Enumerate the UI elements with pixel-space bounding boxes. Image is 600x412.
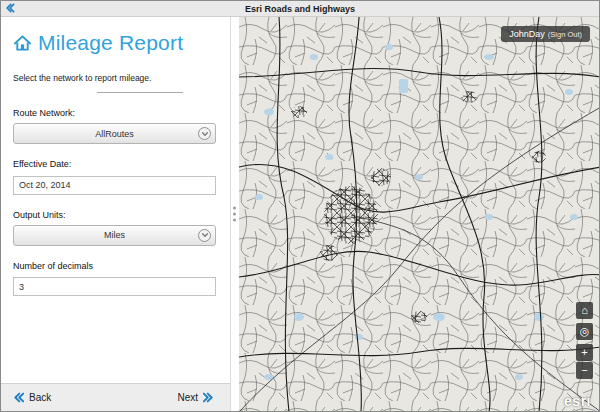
chevron-left-icon [13, 392, 24, 403]
map-toolbar: ⌂ ◎ + − [576, 302, 593, 379]
back-button[interactable]: Back [13, 392, 51, 403]
sign-out-link[interactable]: (Sign Out) [548, 30, 582, 39]
effective-date-label: Effective Date: [13, 159, 216, 169]
panel-subtitle: Select the network to report mileage. [13, 73, 216, 83]
decimals-label: Number of decimals [13, 261, 216, 271]
collapse-panel-icon[interactable] [5, 3, 15, 13]
app-title: Esri Roads and Highways [245, 4, 355, 14]
home-icon [13, 34, 32, 52]
route-network-dropdown[interactable]: AllRoutes [13, 123, 216, 144]
effective-date-input[interactable] [13, 176, 216, 195]
next-button[interactable]: Next [177, 392, 214, 403]
map-zoom-out-button[interactable]: − [576, 362, 593, 379]
route-network-value: AllRoutes [14, 129, 215, 139]
output-units-dropdown[interactable]: Miles [13, 225, 216, 246]
map-locate-button[interactable]: ◎ [576, 323, 593, 340]
route-network-label: Route Network: [13, 108, 216, 118]
road-network-graphic [239, 17, 599, 411]
user-name: JohnDay [509, 29, 545, 39]
map-zoom-in-button[interactable]: + [576, 344, 593, 361]
wizard-footer: Back Next [1, 383, 230, 411]
chevron-down-icon [198, 127, 211, 140]
drag-dots-icon [233, 207, 236, 222]
chevron-right-icon [203, 392, 214, 403]
page-title: Mileage Report [38, 31, 183, 55]
output-units-label: Output Units: [13, 210, 216, 220]
back-label: Back [29, 392, 51, 403]
subtitle-divider [97, 92, 183, 93]
map-home-button[interactable]: ⌂ [576, 302, 593, 319]
decimals-input[interactable] [13, 277, 216, 296]
esri-logo: esri [564, 393, 591, 409]
chevron-down-icon [198, 229, 211, 242]
next-label: Next [177, 392, 198, 403]
map-canvas[interactable]: JohnDay (Sign Out) ⌂ ◎ + − esri [239, 17, 599, 411]
top-bar: Esri Roads and Highways [1, 1, 599, 17]
app-window: Esri Roads and Highways Mileage Report S… [0, 0, 600, 412]
user-badge[interactable]: JohnDay (Sign Out) [501, 26, 590, 42]
panel-resize-handle[interactable] [231, 17, 239, 411]
output-units-value: Miles [14, 230, 215, 240]
mileage-report-panel: Mileage Report Select the network to rep… [1, 17, 231, 411]
